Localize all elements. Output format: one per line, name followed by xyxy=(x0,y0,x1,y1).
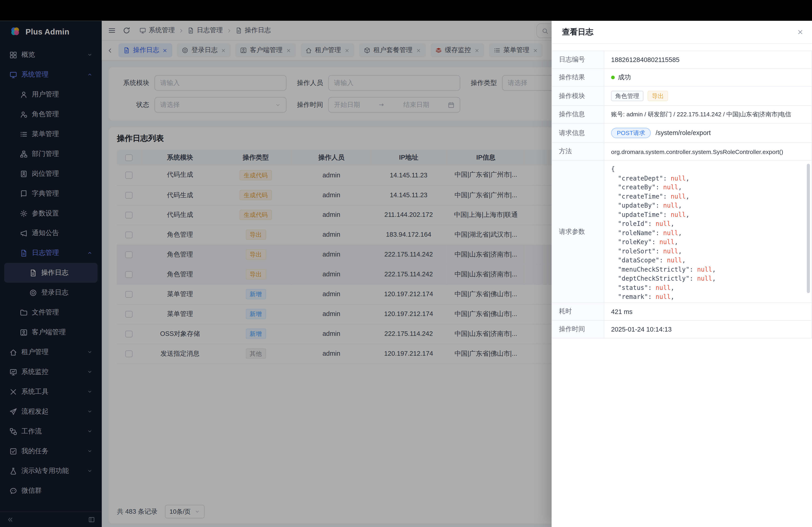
request-info-cell: POST请求/system/role/export xyxy=(604,123,812,143)
log-id-value: 1882612840802115585 xyxy=(604,51,812,69)
detail-row-duration: 耗时 421 ms xyxy=(552,303,812,320)
field-label: 操作模块 xyxy=(552,86,604,106)
top-strip xyxy=(0,0,812,21)
action-type-tag: 导出 xyxy=(648,91,668,101)
detail-row-time: 操作时间 2025-01-24 10:14:13 xyxy=(552,320,812,338)
view-log-drawer: 查看日志 日志编号 1882612840802115585 操作结果 成功 xyxy=(552,21,812,527)
detail-row-params: 请求参数 {"createDept": null,"createBy": nul… xyxy=(552,160,812,303)
result-value-cell: 成功 xyxy=(604,69,812,86)
app-root: Plus Admin 概览系统管理用户管理角色管理菜单管理部门管理岗位管理字典管… xyxy=(0,0,812,527)
post-request-tag: POST请求 xyxy=(611,128,651,138)
method-value: org.dromara.system.controller.system.Sys… xyxy=(604,143,812,161)
field-label: 日志编号 xyxy=(552,51,604,69)
request-params-json: {"createDept": null,"createBy": null,"cr… xyxy=(604,161,812,302)
code-scrollbar[interactable] xyxy=(807,164,810,299)
scrollbar-thumb[interactable] xyxy=(807,164,810,293)
detail-row-info: 操作信息 账号: admin / 研发部门 / 222.175.114.242 … xyxy=(552,106,812,123)
field-label: 耗时 xyxy=(552,303,604,320)
module-tag: 角色管理 xyxy=(611,91,643,101)
detail-row-result: 操作结果 成功 xyxy=(552,69,812,86)
duration-value: 421 ms xyxy=(604,303,812,320)
field-label: 方法 xyxy=(552,143,604,161)
drawer-header: 查看日志 xyxy=(552,21,812,44)
field-label: 操作时间 xyxy=(552,320,604,338)
result-value: 成功 xyxy=(618,74,631,81)
operation-info-value: 账号: admin / 研发部门 / 222.175.114.242 / 中国|… xyxy=(604,106,812,123)
log-details-table: 日志编号 1882612840802115585 操作结果 成功 操作模块 角色… xyxy=(552,50,812,338)
drawer-close-icon[interactable] xyxy=(797,29,804,35)
drawer-title: 查看日志 xyxy=(562,27,593,37)
detail-row-method: 方法 org.dromara.system.controller.system.… xyxy=(552,143,812,161)
drawer-body: 日志编号 1882612840802115585 操作结果 成功 操作模块 角色… xyxy=(552,44,812,527)
success-dot xyxy=(611,76,615,79)
detail-row-log-id: 日志编号 1882612840802115585 xyxy=(552,51,812,69)
operation-time-value: 2025-01-24 10:14:13 xyxy=(604,320,812,338)
request-params-cell: {"createDept": null,"createBy": null,"cr… xyxy=(604,160,812,303)
field-label: 请求信息 xyxy=(552,123,604,143)
field-label: 操作结果 xyxy=(552,69,604,86)
module-value-cell: 角色管理导出 xyxy=(604,86,812,106)
field-label: 请求参数 xyxy=(552,160,604,303)
detail-row-module: 操作模块 角色管理导出 xyxy=(552,86,812,106)
detail-row-request: 请求信息 POST请求/system/role/export xyxy=(552,123,812,143)
request-url: /system/role/export xyxy=(656,130,711,137)
field-label: 操作信息 xyxy=(552,106,604,123)
